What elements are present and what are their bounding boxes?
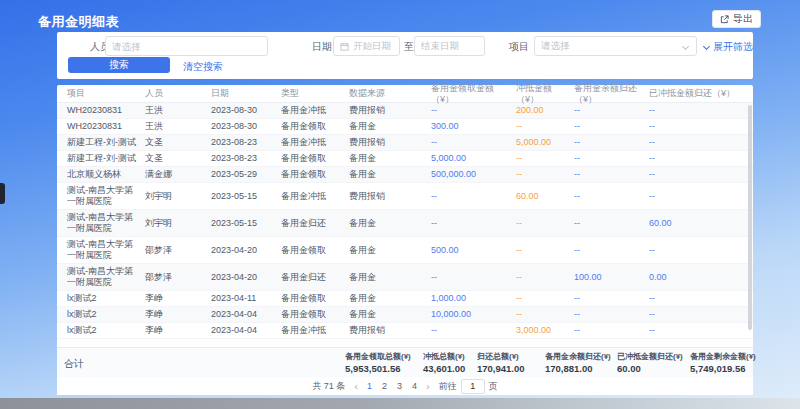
cell-balance-return: -- — [570, 216, 645, 231]
cell-received: 300.00 — [427, 119, 512, 134]
cell-offset: 5,000.00 — [512, 135, 570, 150]
table-row[interactable]: lx测试2李峥2023-04-04备用金冲抵费用报销--3,000.00---- — [57, 323, 753, 339]
cell-person: 邵梦泽 — [141, 243, 207, 258]
cell-balance-return: -- — [570, 119, 645, 134]
project-select[interactable]: 请选择 — [534, 36, 697, 56]
cell-type: 备用金领取 — [277, 119, 345, 134]
summary-item-label: 备用金余额归还(¥) — [545, 351, 611, 362]
cell-balance-return: -- — [570, 323, 645, 338]
cell-source: 备用金 — [345, 270, 427, 285]
project-placeholder: 请选择 — [541, 40, 570, 53]
date-end-input[interactable]: 结束日期 — [414, 36, 485, 56]
cell-balance-return: -- — [570, 243, 645, 258]
expand-filters-label: 展开筛选 — [713, 40, 753, 54]
cell-received: -- — [427, 270, 512, 285]
summary-item-label: 已冲抵金额归还(¥) — [617, 351, 683, 362]
export-button[interactable]: 导出 — [712, 10, 761, 28]
column-header: 已冲抵金额归还（¥） — [645, 86, 749, 101]
cell-project: WH20230831 — [63, 103, 141, 118]
cell-received: 500.00 — [427, 243, 512, 258]
summary-item-value: 170,881.00 — [545, 363, 611, 374]
search-button[interactable]: 搜索 — [68, 57, 170, 73]
cell-offset-return: -- — [645, 167, 749, 182]
page-number-3[interactable]: 3 — [397, 381, 402, 391]
cell-received: -- — [427, 103, 512, 118]
cell-type: 备用金领取 — [277, 291, 345, 306]
summary-row: 合计 备用金领取总额(¥)5,953,501.56冲抵总额(¥)43,601.0… — [57, 347, 753, 377]
table-row[interactable]: 测试-南昌大学第一附属医院邵梦泽2023-04-20备用金归还备用金----10… — [57, 264, 753, 291]
vertical-scrollbar-thumb[interactable] — [748, 105, 752, 330]
cell-source: 备用金 — [345, 119, 427, 134]
summary-item-value: 170,941.00 — [477, 363, 525, 374]
cell-balance-return: -- — [570, 167, 645, 182]
cell-offset-return: -- — [645, 119, 749, 134]
table-row[interactable]: 测试-南昌大学第一附属医院邵梦泽2023-04-20备用金领取备用金500.00… — [57, 237, 753, 264]
cell-received: -- — [427, 323, 512, 338]
summary-item: 备用金剩余金额(¥)5,749,019.56 — [690, 351, 756, 374]
cell-balance-return: -- — [570, 103, 645, 118]
cell-person: 李峥 — [141, 323, 207, 338]
cell-offset: -- — [512, 119, 570, 134]
cell-project: 新建工程-刘-测试 — [63, 151, 141, 166]
cell-balance-return: -- — [570, 307, 645, 322]
cell-type: 备用金归还 — [277, 216, 345, 231]
summary-total-label: 合计 — [64, 357, 84, 371]
cell-offset-return: -- — [645, 307, 749, 322]
table-header-row: 项目人员日期类型数据来源备用金领取金额（¥）冲抵金额（¥）备用金余额归还（¥）已… — [57, 85, 753, 103]
cell-source: 费用报销 — [345, 103, 427, 118]
cell-type: 备用金冲抵 — [277, 323, 345, 338]
column-header: 人员 — [141, 86, 207, 101]
chevron-down-icon — [682, 43, 689, 50]
table-row[interactable]: 北京顺义杨林满金娜2023-05-29备用金领取备用金500,000.00---… — [57, 167, 753, 183]
cell-offset-return: 0.00 — [645, 270, 749, 285]
cell-type: 备用金冲抵 — [277, 103, 345, 118]
cell-date: 2023-04-04 — [207, 323, 277, 338]
table-row[interactable]: lx测试2李峥2023-04-04备用金领取备用金10,000.00------ — [57, 307, 753, 323]
cell-date: 2023-04-11 — [207, 291, 277, 306]
cell-offset: 60.00 — [512, 189, 570, 204]
cell-offset-return: -- — [645, 135, 749, 150]
cell-received: -- — [427, 189, 512, 204]
cell-offset: -- — [512, 167, 570, 182]
table-row[interactable]: WH20230831王洪2023-08-30备用金冲抵费用报销--200.00-… — [57, 103, 753, 119]
goto-page-input[interactable] — [461, 379, 485, 394]
cell-date: 2023-08-30 — [207, 103, 277, 118]
clear-search-link[interactable]: 清空搜索 — [183, 60, 223, 74]
cell-project: WH20230831 — [63, 119, 141, 134]
cell-offset-return: -- — [645, 151, 749, 166]
table-row[interactable]: WH20230831王洪2023-08-30备用金领取备用金300.00----… — [57, 119, 753, 135]
side-drawer-handle[interactable] — [0, 183, 5, 204]
page-number-4[interactable]: 4 — [412, 381, 417, 391]
summary-item-value: 43,601.00 — [423, 363, 465, 374]
cell-offset: -- — [512, 151, 570, 166]
table-row[interactable]: lx测试2李峥2023-04-11备用金领取备用金1,000.00------ — [57, 291, 753, 307]
table-row[interactable]: 测试-南昌大学第一附属医院刘宇明2023-05-15备用金冲抵费用报销--60.… — [57, 183, 753, 210]
table-panel: 项目人员日期类型数据来源备用金领取金额（¥）冲抵金额（¥）备用金余额归还（¥）已… — [57, 85, 753, 395]
cell-balance-return: -- — [570, 291, 645, 306]
cell-received: -- — [427, 216, 512, 231]
project-label: 项目 — [509, 40, 529, 54]
cell-date: 2023-04-04 — [207, 307, 277, 322]
cell-person: 李峥 — [141, 307, 207, 322]
summary-item: 备用金领取总额(¥)5,953,501.56 — [345, 351, 411, 374]
expand-filters-link[interactable]: 展开筛选 — [704, 40, 753, 54]
column-header: 日期 — [207, 86, 277, 101]
table-row[interactable]: 新建工程-刘-测试文圣2023-08-23备用金领取备用金5,000.00---… — [57, 151, 753, 167]
cell-received: 10,000.00 — [427, 307, 512, 322]
prev-page-button[interactable]: ‹ — [354, 381, 358, 391]
filter-panel: 人员 日期 开始日期 至 结束日期 项目 请选择 展开筛选 搜索 清空搜索 — [57, 32, 753, 79]
summary-item-label: 归还总额(¥) — [477, 351, 525, 362]
next-page-button[interactable]: › — [426, 381, 430, 391]
cell-person: 刘宇明 — [141, 189, 207, 204]
summary-item: 冲抵总额(¥)43,601.00 — [423, 351, 465, 374]
table-row[interactable]: 新建工程-刘-测试文圣2023-08-23备用金冲抵费用报销--5,000.00… — [57, 135, 753, 151]
page-number-1[interactable]: 1 — [367, 381, 372, 391]
cell-date: 2023-08-23 — [207, 151, 277, 166]
date-start-input[interactable]: 开始日期 — [333, 36, 400, 56]
person-select-input[interactable] — [105, 36, 268, 56]
cell-source: 费用报销 — [345, 323, 427, 338]
page-number-2[interactable]: 2 — [382, 381, 387, 391]
table-row[interactable]: 测试-南昌大学第一附属医院刘宇明2023-05-15备用金归还备用金------… — [57, 210, 753, 237]
cell-type: 备用金领取 — [277, 243, 345, 258]
cell-type: 备用金归还 — [277, 270, 345, 285]
